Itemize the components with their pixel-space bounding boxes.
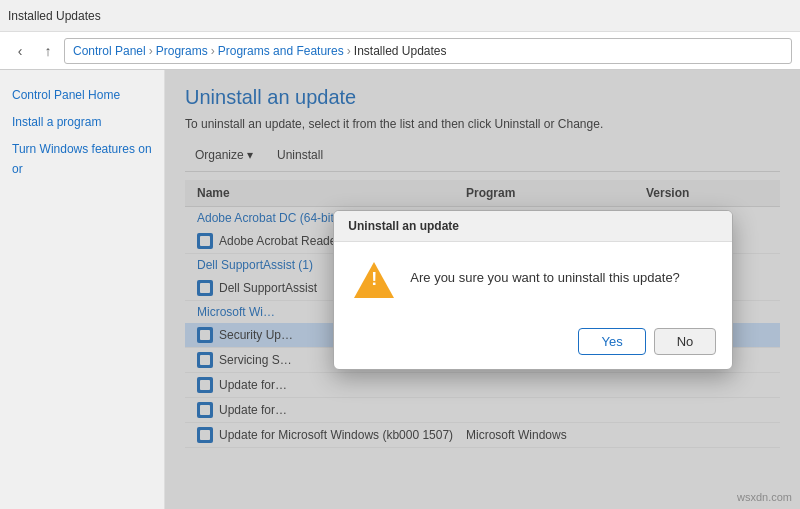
title-bar-text: Installed Updates <box>8 9 101 23</box>
dialog-body: ! Are you sure you want to uninstall thi… <box>334 242 732 318</box>
sidebar-item-home[interactable]: Control Panel Home <box>0 82 164 109</box>
path-sep-3: › <box>347 44 351 58</box>
sidebar-item-install[interactable]: Install a program <box>0 109 164 136</box>
up-button[interactable]: ↑ <box>36 39 60 63</box>
no-button[interactable]: No <box>654 328 717 355</box>
address-path: Control Panel › Programs › Programs and … <box>64 38 792 64</box>
warning-icon: ! <box>354 262 394 302</box>
title-bar: Installed Updates <box>0 0 800 32</box>
sidebar-item-features[interactable]: Turn Windows features on or <box>0 136 164 182</box>
path-sep-2: › <box>211 44 215 58</box>
back-button[interactable]: ‹ <box>8 39 32 63</box>
yes-button[interactable]: Yes <box>578 328 645 355</box>
path-installed-updates: Installed Updates <box>354 44 447 58</box>
path-sep-1: › <box>149 44 153 58</box>
sidebar: Control Panel Home Install a program Tur… <box>0 70 165 509</box>
warning-exclaim-icon: ! <box>371 270 377 288</box>
dialog-buttons: Yes No <box>334 318 732 369</box>
main-layout: Control Panel Home Install a program Tur… <box>0 70 800 509</box>
dialog-message: Are you sure you want to uninstall this … <box>410 262 680 288</box>
path-control-panel[interactable]: Control Panel <box>73 44 146 58</box>
address-bar: ‹ ↑ Control Panel › Programs › Programs … <box>0 32 800 70</box>
dialog-titlebar: Uninstall an update <box>334 211 732 242</box>
confirm-dialog: Uninstall an update ! Are you sure you w… <box>333 210 733 370</box>
content-area: Uninstall an update To uninstall an upda… <box>165 70 800 509</box>
path-programs-features[interactable]: Programs and Features <box>218 44 344 58</box>
path-programs[interactable]: Programs <box>156 44 208 58</box>
